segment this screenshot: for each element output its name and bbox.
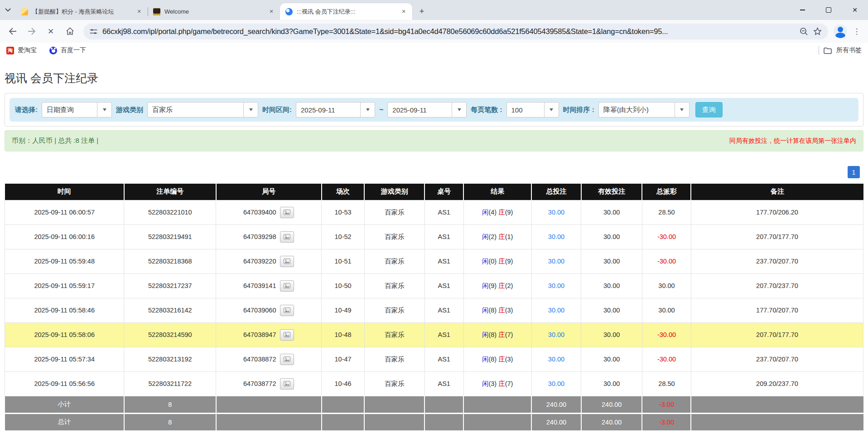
tab-strip: 【新提醒】积分 - 海燕策略论坛✕Welcome✕:::视讯 会员下注纪录:::… — [0, 0, 868, 20]
session-cell: 10-47 — [322, 347, 365, 371]
time-cell: 2025-09-11 06:00:57 — [5, 200, 124, 224]
total-bet-link[interactable]: 30.00 — [548, 282, 564, 289]
browser-tab-1[interactable]: 【新提醒】积分 - 海燕策略论坛✕ — [15, 3, 148, 20]
total-bet-link[interactable]: 30.00 — [548, 331, 564, 338]
home-button[interactable] — [62, 23, 78, 39]
close-button[interactable]: ✕ — [842, 0, 868, 20]
bookmark-label: 爱淘宝 — [18, 46, 37, 54]
page-content: 视讯 会员下注纪录 请选择: 日期查询 游戏类别 百家乐 时间区间: 2025-… — [0, 71, 868, 430]
round-number: 647038772 — [243, 380, 276, 387]
note-cell: 207.70/177.70 — [691, 224, 863, 249]
date-from-value[interactable]: 2025-09-11 — [296, 102, 360, 117]
chevron-down-icon[interactable] — [243, 102, 258, 117]
round-video-button[interactable] — [280, 231, 294, 243]
bookmark-item[interactable]: 百度一下 — [49, 46, 86, 54]
round-cell: 647039220 — [216, 249, 322, 273]
chevron-down-icon[interactable] — [544, 102, 559, 117]
bet-note-text: 同局有效投注，统一计算在该局第一张注单内 — [729, 137, 856, 145]
round-video-button[interactable] — [280, 305, 294, 316]
per-page-value[interactable]: 100 — [506, 102, 544, 117]
date-to-combobox[interactable]: 2025-09-11 — [387, 102, 467, 117]
time-cell: 2025-09-11 05:58:46 — [5, 298, 124, 322]
bet-id-cell: 522803213192 — [124, 347, 216, 371]
bookmark-item[interactable]: 淘爱淘宝 — [6, 46, 37, 54]
stop-loading-button[interactable]: ✕ — [43, 23, 59, 39]
tab-close-icon[interactable]: ✕ — [135, 8, 143, 16]
total-bet-link[interactable]: 30.00 — [548, 307, 564, 314]
site-settings-icon[interactable] — [90, 28, 97, 35]
back-button[interactable] — [5, 23, 21, 39]
round-number: 647039141 — [243, 282, 276, 289]
table-row: 2025-09-11 05:56:56522803211722647038772… — [5, 371, 863, 396]
browser-tab-3[interactable]: :::视讯 会员下注纪录:::✕ — [280, 3, 412, 20]
window-controls: ✕ — [789, 0, 868, 20]
table-no-cell: AS1 — [424, 371, 463, 396]
sum-payout-cell: -3.00 — [642, 413, 691, 430]
bookmark-star-icon[interactable] — [813, 27, 822, 36]
filter-label-per-page: 每页笔数 : — [471, 106, 502, 114]
sum-label-cell: 总计 — [5, 413, 124, 430]
date-to-value[interactable]: 2025-09-11 — [387, 102, 452, 117]
tab-close-icon[interactable]: ✕ — [267, 8, 275, 16]
per-page-combobox[interactable]: 100 — [506, 102, 559, 117]
round-cell: 647039141 — [216, 273, 322, 298]
round-number: 647039400 — [243, 209, 276, 216]
replay-image-icon — [284, 234, 290, 239]
profile-avatar[interactable] — [834, 24, 847, 38]
chevron-down-icon[interactable] — [97, 102, 112, 117]
round-video-button[interactable] — [280, 329, 294, 341]
total-bet-link[interactable]: 30.00 — [548, 380, 564, 387]
pagination-page-1[interactable]: 1 — [848, 166, 860, 178]
table-row: 2025-09-11 05:59:17522803217237647039141… — [5, 273, 863, 298]
chevron-down-icon[interactable] — [360, 102, 375, 117]
browser-tab-2[interactable]: Welcome✕ — [148, 3, 280, 20]
round-cell: 647039400 — [216, 200, 322, 224]
round-cell: 647039060 — [216, 298, 322, 322]
search-button[interactable]: 查询 — [695, 102, 723, 117]
round-video-button[interactable] — [280, 256, 294, 267]
total-bet-link[interactable]: 30.00 — [548, 233, 564, 240]
round-cell: 647038872 — [216, 347, 322, 371]
result-cell: 闲(8) 庄(3) — [463, 298, 531, 322]
chevron-down-icon[interactable] — [675, 102, 690, 117]
table-row: 2025-09-11 05:57:34522803213192647038872… — [5, 347, 863, 371]
total-bet-link[interactable]: 30.00 — [548, 209, 564, 216]
url-text[interactable]: 66cxkj98.com/ipl/portal.php/game/betreco… — [102, 27, 795, 36]
column-header: 局号 — [216, 184, 322, 200]
new-tab-button[interactable]: + — [415, 5, 429, 18]
note-cell: 207.70/237.70 — [691, 273, 863, 298]
query-type-combobox[interactable]: 日期查询 — [42, 102, 112, 117]
browser-menu-button[interactable]: ⋮ — [850, 27, 863, 36]
sort-order-combobox[interactable]: 降幂(由大到小) — [598, 102, 690, 117]
total-bet-link[interactable]: 30.00 — [548, 258, 564, 265]
round-video-button[interactable] — [280, 207, 294, 218]
tab-search-button[interactable] — [0, 0, 15, 20]
baidu-icon — [49, 47, 57, 54]
total-row: 总计8240.00240.00-3.00 — [5, 413, 863, 430]
total-bet-link[interactable]: 30.00 — [548, 356, 564, 363]
bet-id-cell: 522803211722 — [124, 371, 216, 396]
round-video-button[interactable] — [280, 378, 294, 390]
forward-button[interactable] — [24, 23, 40, 39]
minimize-button[interactable] — [789, 0, 815, 20]
round-video-button[interactable] — [280, 280, 294, 292]
address-bar[interactable]: 66cxkj98.com/ipl/portal.php/game/betreco… — [83, 24, 828, 39]
table-row: 2025-09-11 05:58:06522803214590647038947… — [5, 322, 863, 347]
tab-close-icon[interactable]: ✕ — [400, 8, 408, 16]
payout-cell: 30.00 — [642, 298, 691, 322]
game-type-combobox[interactable]: 百家乐 — [147, 102, 258, 117]
sort-order-value[interactable]: 降幂(由大到小) — [598, 102, 675, 117]
date-from-combobox[interactable]: 2025-09-11 — [296, 102, 375, 117]
zoom-out-icon[interactable] — [800, 27, 808, 36]
replay-image-icon — [284, 283, 290, 288]
forward-arrow-icon — [28, 28, 36, 35]
query-type-value[interactable]: 日期查询 — [42, 102, 97, 117]
all-bookmarks-label[interactable]: 所有书签 — [836, 46, 862, 54]
chevron-down-icon[interactable] — [452, 102, 467, 117]
game-type-cell: 百家乐 — [364, 371, 424, 396]
round-video-button[interactable] — [280, 354, 294, 365]
maximize-button[interactable] — [815, 0, 842, 20]
session-cell: 10-50 — [322, 273, 365, 298]
game-type-value[interactable]: 百家乐 — [147, 102, 243, 117]
result-cell: 闲(9) 庄(2) — [463, 273, 531, 298]
